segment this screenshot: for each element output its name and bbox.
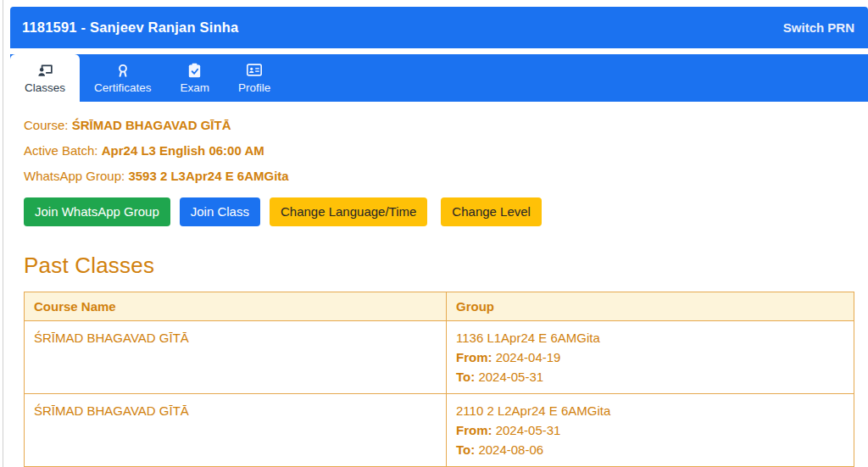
- past-classes-heading: Past Classes: [24, 253, 854, 279]
- column-header-course-name: Course Name: [25, 292, 447, 321]
- tab-classes[interactable]: Classes: [10, 54, 80, 102]
- switch-prn-button[interactable]: Switch PRN: [783, 20, 854, 35]
- header-tab-divider: [10, 48, 868, 54]
- group-name: 1136 L1Apr24 E 6AMGita: [456, 328, 844, 347]
- course-name-cell: ŚRĪMAD BHAGAVAD GĪTĀ: [25, 321, 447, 394]
- student-header-bar: 1181591 - Sanjeev Ranjan Sinha Switch PR…: [10, 7, 868, 48]
- group-from: From: 2024-05-31: [456, 420, 844, 440]
- tab-label: Certificates: [94, 81, 152, 94]
- whatsapp-group-value: 3593 2 L3Apr24 E 6AMGita: [128, 169, 288, 183]
- id-card-icon: [247, 63, 262, 78]
- window-edge-line: [3, 0, 3, 467]
- medal-icon: [116, 63, 130, 78]
- action-button-row: Join WhatsApp Group Join Class Change La…: [24, 197, 854, 226]
- column-header-group: Group: [447, 292, 854, 321]
- student-portal-app: 1181591 - Sanjeev Ranjan Sinha Switch PR…: [10, 7, 868, 467]
- group-to: To: 2024-05-31: [456, 367, 844, 386]
- active-batch-label: Active Batch:: [24, 143, 102, 158]
- active-batch-line: Active Batch: Apr24 L3 English 06:00 AM: [24, 143, 854, 158]
- course-value: ŚRĪMAD BHAGAVAD GĪTĀ: [72, 118, 231, 132]
- table-row: ŚRĪMAD BHAGAVAD GĪTĀ 1136 L1Apr24 E 6AMG…: [25, 321, 854, 394]
- active-batch-value: Apr24 L3 English 06:00 AM: [102, 143, 264, 158]
- change-level-button[interactable]: Change Level: [441, 197, 542, 226]
- tab-label: Exam: [181, 81, 210, 94]
- whatsapp-group-label: WhatsApp Group:: [24, 169, 128, 183]
- classes-tab-content: Course: ŚRĪMAD BHAGAVAD GĪTĀ Active Batc…: [10, 102, 868, 467]
- tab-label: Classes: [25, 81, 65, 94]
- group-to: To: 2024-08-06: [456, 440, 844, 459]
- change-language-time-button[interactable]: Change Language/Time: [270, 197, 427, 226]
- table-header-row: Course Name Group: [25, 292, 854, 321]
- course-label: Course:: [24, 118, 72, 132]
- course-name-cell: ŚRĪMAD BHAGAVAD GĪTĀ: [25, 394, 447, 467]
- past-classes-table: Course Name Group ŚRĪMAD BHAGAVAD GĪTĀ 1…: [24, 292, 854, 467]
- join-class-button[interactable]: Join Class: [180, 197, 260, 226]
- student-prn-name: 1181591 - Sanjeev Ranjan Sinha: [22, 19, 238, 36]
- table-row: ŚRĪMAD BHAGAVAD GĪTĀ 2110 2 L2Apr24 E 6A…: [25, 394, 854, 467]
- chalkboard-user-icon: [37, 63, 53, 78]
- tab-label: Profile: [238, 81, 270, 94]
- course-info-line: Course: ŚRĪMAD BHAGAVAD GĪTĀ: [24, 118, 854, 132]
- tab-certificates[interactable]: Certificates: [80, 54, 166, 102]
- join-whatsapp-group-button[interactable]: Join WhatsApp Group: [24, 197, 170, 226]
- group-cell: 1136 L1Apr24 E 6AMGita From: 2024-04-19 …: [447, 321, 854, 394]
- clipboard-check-icon: [188, 63, 201, 78]
- whatsapp-group-line: WhatsApp Group: 3593 2 L3Apr24 E 6AMGita: [24, 169, 854, 183]
- tab-bar: Classes Certificates Exam: [10, 54, 868, 102]
- tab-exam[interactable]: Exam: [166, 54, 225, 102]
- tab-profile[interactable]: Profile: [224, 54, 285, 102]
- group-name: 2110 2 L2Apr24 E 6AMGita: [456, 401, 844, 420]
- group-cell: 2110 2 L2Apr24 E 6AMGita From: 2024-05-3…: [447, 394, 854, 467]
- group-from: From: 2024-04-19: [456, 347, 844, 367]
